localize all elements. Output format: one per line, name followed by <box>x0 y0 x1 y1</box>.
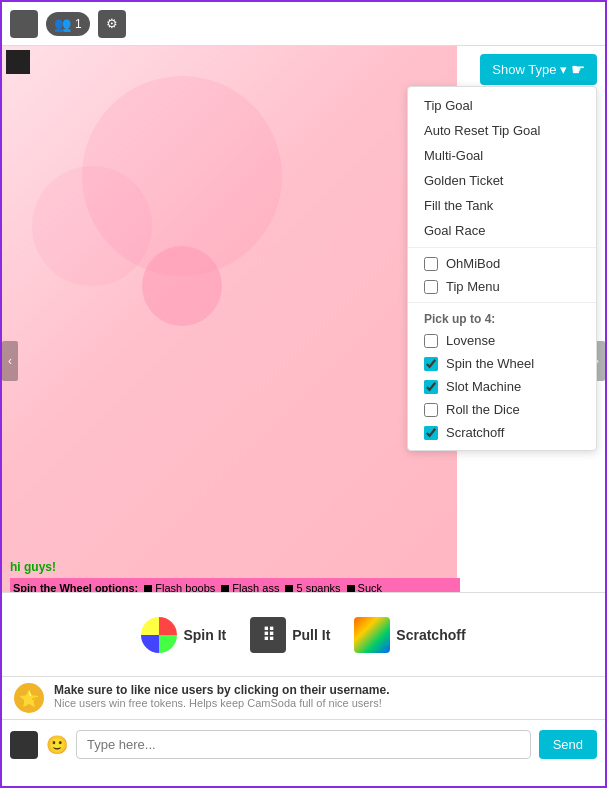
roll-dice-label: Roll the Dice <box>446 402 520 417</box>
show-type-label: Show Type ▾ <box>492 62 567 77</box>
notif-text: Make sure to like nice users by clicking… <box>54 683 389 709</box>
dropdown-item-fill-tank[interactable]: Fill the Tank <box>408 193 596 218</box>
dropdown-item-goal-race[interactable]: Goal Race <box>408 218 596 243</box>
scratchoff-label-bottom: Scratchoff <box>396 627 465 643</box>
emoji-button[interactable]: 🙂 <box>46 734 68 756</box>
spin-it-action[interactable]: Spin It <box>141 617 226 653</box>
users-icon: 👥 <box>54 16 71 32</box>
dropdown-ohmibod[interactable]: OhMiBod <box>408 252 596 275</box>
dropdown-slot-machine[interactable]: Slot Machine <box>408 375 596 398</box>
settings-icon: ⚙ <box>106 16 118 31</box>
scratchoff-checkbox[interactable] <box>424 426 438 440</box>
greeting-text: hi guys! <box>10 560 56 574</box>
ohmibod-checkbox[interactable] <box>424 257 438 271</box>
chat-greeting: hi guys! <box>10 558 460 576</box>
roll-dice-checkbox[interactable] <box>424 403 438 417</box>
divider2 <box>408 302 596 303</box>
dropdown-item-auto-reset[interactable]: Auto Reset Tip Goal <box>408 118 596 143</box>
pull-it-label: Pull It <box>292 627 330 643</box>
slot-machine-checkbox[interactable] <box>424 380 438 394</box>
dropdown-scratchoff[interactable]: Scratchoff <box>408 421 596 444</box>
dropdown-item-golden-ticket[interactable]: Golden Ticket <box>408 168 596 193</box>
blob3 <box>142 246 222 326</box>
dropdown-tip-menu[interactable]: Tip Menu <box>408 275 596 298</box>
black-square <box>6 50 30 74</box>
lovense-label: Lovense <box>446 333 495 348</box>
pull-icon <box>250 617 286 653</box>
send-button[interactable]: Send <box>539 730 597 759</box>
dropdown-spin-wheel[interactable]: Spin the Wheel <box>408 352 596 375</box>
scratchoff-action[interactable]: Scratchoff <box>354 617 465 653</box>
dropdown-item-multi-goal[interactable]: Multi-Goal <box>408 143 596 168</box>
notif-subtitle: Nice users win free tokens. Helps keep C… <box>54 697 389 709</box>
notification-bar: ⭐ Make sure to like nice users by clicki… <box>2 676 605 719</box>
spin-icon <box>141 617 177 653</box>
settings-button[interactable]: ⚙ <box>98 10 126 38</box>
notif-title: Make sure to like nice users by clicking… <box>54 683 389 697</box>
tip-menu-label: Tip Menu <box>446 279 500 294</box>
dropdown-lovense[interactable]: Lovense <box>408 329 596 352</box>
bottom-action-bar: Spin It Pull It Scratchoff <box>2 592 605 676</box>
main-area: ‹ › Show Type ▾ ☛ Tip Goal Auto Reset Ti… <box>2 46 605 676</box>
show-type-button[interactable]: Show Type ▾ ☛ <box>480 54 597 85</box>
dropdown-roll-dice[interactable]: Roll the Dice <box>408 398 596 421</box>
cursor-indicator: ☛ <box>571 60 585 79</box>
footer-input-bar: 🙂 Send <box>2 719 605 769</box>
divider1 <box>408 247 596 248</box>
scratch-icon <box>354 617 390 653</box>
spin-it-label: Spin It <box>183 627 226 643</box>
chat-input[interactable] <box>76 730 531 759</box>
spin-wheel-label: Spin the Wheel <box>446 356 534 371</box>
pick-up-label: Pick up to 4: <box>408 307 596 329</box>
nav-arrow-left[interactable]: ‹ <box>2 341 18 381</box>
users-count: 1 <box>75 17 82 31</box>
footer-avatar <box>10 731 38 759</box>
blob2 <box>32 166 152 286</box>
lovense-checkbox[interactable] <box>424 334 438 348</box>
spin-wheel-checkbox[interactable] <box>424 357 438 371</box>
dropdown-item-tip-goal[interactable]: Tip Goal <box>408 93 596 118</box>
ohmibod-label: OhMiBod <box>446 256 500 271</box>
notif-icon: ⭐ <box>14 683 44 713</box>
header: 👥 1 ⚙ <box>2 2 605 46</box>
pull-it-action[interactable]: Pull It <box>250 617 330 653</box>
scratchoff-label: Scratchoff <box>446 425 504 440</box>
users-button[interactable]: 👥 1 <box>46 12 90 36</box>
slot-machine-label: Slot Machine <box>446 379 521 394</box>
logo-icon <box>10 10 38 38</box>
dropdown-menu: Tip Goal Auto Reset Tip Goal Multi-Goal … <box>407 86 597 451</box>
tip-menu-checkbox[interactable] <box>424 280 438 294</box>
